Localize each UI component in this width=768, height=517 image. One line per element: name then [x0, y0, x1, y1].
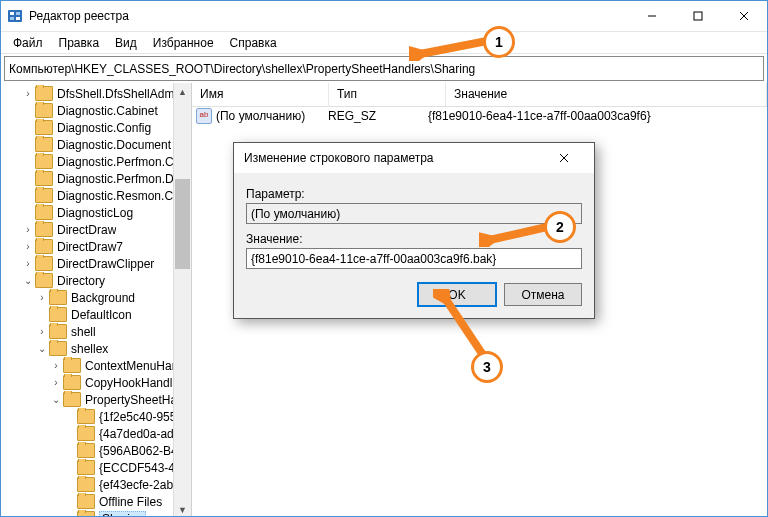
col-type[interactable]: Тип [329, 83, 446, 106]
tree-item-label: CopyHookHandle [85, 376, 179, 390]
folder-icon [49, 341, 67, 356]
folder-icon [49, 307, 67, 322]
list-row[interactable]: ab (По умолчанию) REG_SZ {f81e9010-6ea4-… [192, 107, 767, 125]
col-name[interactable]: Имя [192, 83, 329, 106]
folder-icon [77, 426, 95, 441]
svg-rect-3 [10, 17, 14, 20]
folder-icon [35, 171, 53, 186]
col-value[interactable]: Значение [446, 83, 767, 106]
tree-item-label: Diagnostic.Perfmon.Con [57, 155, 187, 169]
tree-item[interactable]: ⌄PropertySheetHar [1, 391, 191, 408]
tree-item[interactable]: DiagnosticLog [1, 204, 191, 221]
tree-item-label: Diagnostic.Perfmon.Do [57, 172, 180, 186]
callout-2: 2 [544, 211, 576, 243]
folder-icon [77, 409, 95, 424]
callout-1: 1 [483, 26, 515, 58]
scroll-up-icon[interactable]: ▲ [174, 83, 191, 100]
folder-icon [35, 86, 53, 101]
titlebar: Редактор реестра [1, 1, 767, 32]
tree-item[interactable]: Sharing [1, 510, 191, 517]
menu-file[interactable]: Файл [5, 34, 51, 52]
cancel-button[interactable]: Отмена [504, 283, 582, 306]
tree-item[interactable]: Diagnostic.Perfmon.Con [1, 153, 191, 170]
svg-line-11 [415, 41, 487, 55]
chevron-right-icon[interactable]: › [21, 241, 35, 252]
folder-icon [35, 137, 53, 152]
tree-item[interactable]: Diagnostic.Document [1, 136, 191, 153]
svg-rect-0 [8, 10, 22, 22]
svg-rect-2 [16, 12, 20, 15]
chevron-right-icon[interactable]: › [35, 326, 49, 337]
folder-icon [77, 477, 95, 492]
arrow-1 [409, 33, 489, 61]
tree-pane: ›DfsShell.DfsShellAdmin. Diagnostic.Cabi… [1, 83, 192, 517]
tree-item[interactable]: ›DirectDrawClipper [1, 255, 191, 272]
tree-item[interactable]: ›ContextMenuHan [1, 357, 191, 374]
folder-icon [77, 443, 95, 458]
tree-item[interactable]: {ef43ecfe-2ab9 [1, 476, 191, 493]
cell-type: REG_SZ [328, 109, 428, 123]
folder-icon [63, 392, 81, 407]
tree-item[interactable]: {ECCDF543-450 [1, 459, 191, 476]
tree-item[interactable]: ›DirectDraw [1, 221, 191, 238]
tree-item-label: Offline Files [99, 495, 162, 509]
arrow-3 [433, 289, 493, 359]
menu-favorites[interactable]: Избранное [145, 34, 222, 52]
minimize-button[interactable] [629, 1, 675, 31]
tree-item[interactable]: ›Background [1, 289, 191, 306]
tree-item[interactable]: {596AB062-B4D [1, 442, 191, 459]
maximize-button[interactable] [675, 1, 721, 31]
svg-rect-4 [16, 17, 20, 20]
chevron-right-icon[interactable]: › [21, 258, 35, 269]
tree-scrollbar[interactable]: ▲ ▼ [173, 83, 191, 517]
scroll-thumb[interactable] [175, 179, 190, 269]
chevron-right-icon[interactable]: › [35, 292, 49, 303]
cell-value: {f81e9010-6ea4-11ce-a7ff-00aa003ca9f6} [428, 109, 767, 123]
menu-view[interactable]: Вид [107, 34, 145, 52]
folder-icon [35, 239, 53, 254]
string-value-icon: ab [196, 108, 212, 124]
tree-item-label: {ef43ecfe-2ab9 [99, 478, 180, 492]
tree-item[interactable]: DefaultIcon [1, 306, 191, 323]
tree-item[interactable]: Diagnostic.Config [1, 119, 191, 136]
chevron-right-icon[interactable]: › [21, 224, 35, 235]
chevron-right-icon[interactable]: › [49, 360, 63, 371]
tree-item-label: ContextMenuHan [85, 359, 178, 373]
callout-3: 3 [471, 351, 503, 383]
svg-line-12 [485, 227, 547, 241]
chevron-down-icon[interactable]: ⌄ [49, 394, 63, 405]
tree-item[interactable]: {4a7ded0a-ad2 [1, 425, 191, 442]
chevron-down-icon[interactable]: ⌄ [21, 275, 35, 286]
scroll-down-icon[interactable]: ▼ [174, 501, 191, 517]
tree-item[interactable]: Diagnostic.Resmon.Con [1, 187, 191, 204]
chevron-right-icon[interactable]: › [21, 88, 35, 99]
close-button[interactable] [721, 1, 767, 31]
value-field[interactable] [246, 248, 582, 269]
tree-item-label: Diagnostic.Document [57, 138, 171, 152]
menu-help[interactable]: Справка [222, 34, 285, 52]
dialog-close-button[interactable] [544, 143, 584, 173]
tree-item[interactable]: Diagnostic.Perfmon.Do [1, 170, 191, 187]
tree-item[interactable]: ›DfsShell.DfsShellAdmin. [1, 85, 191, 102]
menu-edit[interactable]: Правка [51, 34, 108, 52]
dialog-titlebar: Изменение строкового параметра [234, 143, 594, 173]
folder-icon [35, 256, 53, 271]
chevron-down-icon[interactable]: ⌄ [35, 343, 49, 354]
param-label: Параметр: [246, 187, 582, 201]
dialog-title: Изменение строкового параметра [244, 151, 434, 165]
tree-item[interactable]: ⌄shellex [1, 340, 191, 357]
tree-item[interactable]: ⌄Directory [1, 272, 191, 289]
tree-item[interactable]: {1f2e5c40-9550 [1, 408, 191, 425]
tree-item[interactable]: Diagnostic.Cabinet [1, 102, 191, 119]
folder-icon [49, 290, 67, 305]
tree-item[interactable]: ›shell [1, 323, 191, 340]
tree-item-label: shell [71, 325, 96, 339]
tree-item[interactable]: Offline Files [1, 493, 191, 510]
tree-item[interactable]: ›CopyHookHandle [1, 374, 191, 391]
tree-item-label: Directory [57, 274, 105, 288]
tree-item[interactable]: ›DirectDraw7 [1, 238, 191, 255]
chevron-right-icon[interactable]: › [49, 377, 63, 388]
list-header: Имя Тип Значение [192, 83, 767, 107]
menubar: Файл Правка Вид Избранное Справка [1, 32, 767, 54]
address-bar[interactable]: Компьютер\HKEY_CLASSES_ROOT\Directory\sh… [4, 56, 764, 81]
